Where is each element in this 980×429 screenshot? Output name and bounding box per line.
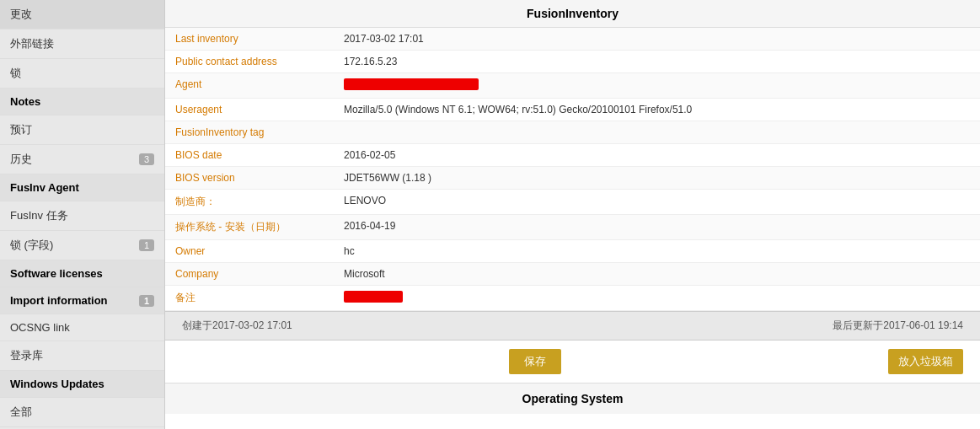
sidebar-label-1: 外部链接	[10, 36, 54, 51]
sidebar-item-13[interactable]: Windows Updates	[0, 371, 164, 398]
sidebar-item-0[interactable]: 更改	[0, 0, 164, 29]
trash-button[interactable]: 放入垃圾箱	[888, 349, 963, 374]
sidebar-item-7[interactable]: FusInv 任务	[0, 201, 164, 231]
field-value-1: 172.16.5.23	[334, 51, 980, 73]
sidebar-item-3[interactable]: Notes	[0, 88, 164, 115]
footer-bar: 创建于2017-03-02 17:01 最后更新于2017-06-01 19:1…	[165, 311, 980, 341]
fusioninventory-title: FusionInventory	[165, 0, 980, 28]
table-row: Ownerhc	[165, 240, 980, 263]
field-label-7: 制造商：	[165, 190, 334, 215]
field-label-4: FusionInventory tag	[165, 121, 334, 144]
field-value-3: Mozilla/5.0 (Windows NT 6.1; WOW64; rv:5…	[334, 99, 980, 121]
table-row: CompanyMicrosoft	[165, 263, 980, 286]
field-label-0: Last inventory	[165, 28, 334, 51]
sidebar-label-8: 锁 (字段)	[10, 238, 53, 253]
field-label-6: BIOS version	[165, 167, 334, 190]
field-label-9: Owner	[165, 240, 334, 263]
badge-5: 3	[139, 153, 154, 165]
sidebar-label-14: 全部	[10, 405, 32, 420]
sidebar-label-4: 预订	[10, 122, 32, 137]
sidebar-label-12: 登录库	[10, 348, 43, 363]
field-value-6: JDET56WW (1.18 )	[334, 167, 980, 190]
field-label-1: Public contact address	[165, 51, 334, 73]
sidebar-label-7: FusInv 任务	[10, 208, 68, 223]
field-value-10: Microsoft	[334, 263, 980, 286]
table-row: Last inventory2017-03-02 17:01	[165, 28, 980, 51]
sidebar-item-8[interactable]: 锁 (字段)1	[0, 231, 164, 260]
table-row: BIOS date2016-02-05	[165, 144, 980, 167]
sidebar: 更改外部链接锁Notes预订历史3FusInv AgentFusInv 任务锁 …	[0, 0, 165, 429]
field-value-9: hc	[334, 240, 980, 263]
sidebar-item-4[interactable]: 预订	[0, 115, 164, 145]
field-value-5: 2016-02-05	[334, 144, 980, 167]
field-value-8: 2016-04-19	[334, 215, 980, 240]
badge-8: 1	[139, 239, 154, 251]
sidebar-label-2: 锁	[10, 66, 21, 81]
sidebar-item-9[interactable]: Software licenses	[0, 260, 164, 287]
redacted-bar-sm	[344, 291, 403, 303]
table-row: 备注	[165, 286, 980, 311]
created-label: 创建于2017-03-02 17:01	[182, 319, 292, 333]
sidebar-item-12[interactable]: 登录库	[0, 341, 164, 371]
field-value-2	[334, 73, 980, 99]
table-row: Public contact address172.16.5.23	[165, 51, 980, 73]
sidebar-item-14[interactable]: 全部	[0, 398, 164, 427]
field-value-11	[334, 286, 980, 311]
operating-system-title: Operating System	[165, 383, 980, 414]
sidebar-label-5: 历史	[10, 152, 32, 167]
save-button[interactable]: 保存	[509, 349, 561, 374]
field-label-5: BIOS date	[165, 144, 334, 167]
sidebar-label-10: Import information	[10, 294, 108, 307]
sidebar-item-5[interactable]: 历史3	[0, 145, 164, 174]
sidebar-label-6: FusInv Agent	[10, 181, 79, 194]
redacted-bar	[344, 78, 479, 90]
sidebar-label-3: Notes	[10, 95, 40, 108]
table-row: 操作系统 - 安装（日期）2016-04-19	[165, 215, 980, 240]
field-label-10: Company	[165, 263, 334, 286]
field-label-8: 操作系统 - 安装（日期）	[165, 215, 334, 240]
sidebar-label-0: 更改	[10, 7, 32, 22]
sidebar-item-6[interactable]: FusInv Agent	[0, 174, 164, 201]
sidebar-label-13: Windows Updates	[10, 378, 104, 390]
badge-10: 1	[139, 295, 154, 307]
sidebar-label-9: Software licenses	[10, 267, 103, 280]
info-table: Last inventory2017-03-02 17:01Public con…	[165, 28, 980, 311]
field-value-4	[334, 121, 980, 144]
field-label-2: Agent	[165, 73, 334, 99]
sidebar-item-11[interactable]: OCSNG link	[0, 314, 164, 341]
sidebar-label-11: OCSNG link	[10, 321, 70, 334]
updated-label: 最后更新于2017-06-01 19:14	[833, 319, 963, 333]
action-bar: 保存 放入垃圾箱	[165, 341, 980, 383]
sidebar-item-2[interactable]: 锁	[0, 59, 164, 88]
table-row: FusionInventory tag	[165, 121, 980, 144]
field-label-11: 备注	[165, 286, 334, 311]
sidebar-item-10[interactable]: Import information1	[0, 287, 164, 314]
main-content: FusionInventory Last inventory2017-03-02…	[165, 0, 980, 429]
table-row: 制造商：LENOVO	[165, 190, 980, 215]
field-value-0: 2017-03-02 17:01	[334, 28, 980, 51]
field-label-3: Useragent	[165, 99, 334, 121]
table-row: BIOS versionJDET56WW (1.18 )	[165, 167, 980, 190]
field-value-7: LENOVO	[334, 190, 980, 215]
sidebar-item-1[interactable]: 外部链接	[0, 29, 164, 59]
table-row: Agent	[165, 73, 980, 99]
table-row: UseragentMozilla/5.0 (Windows NT 6.1; WO…	[165, 99, 980, 121]
